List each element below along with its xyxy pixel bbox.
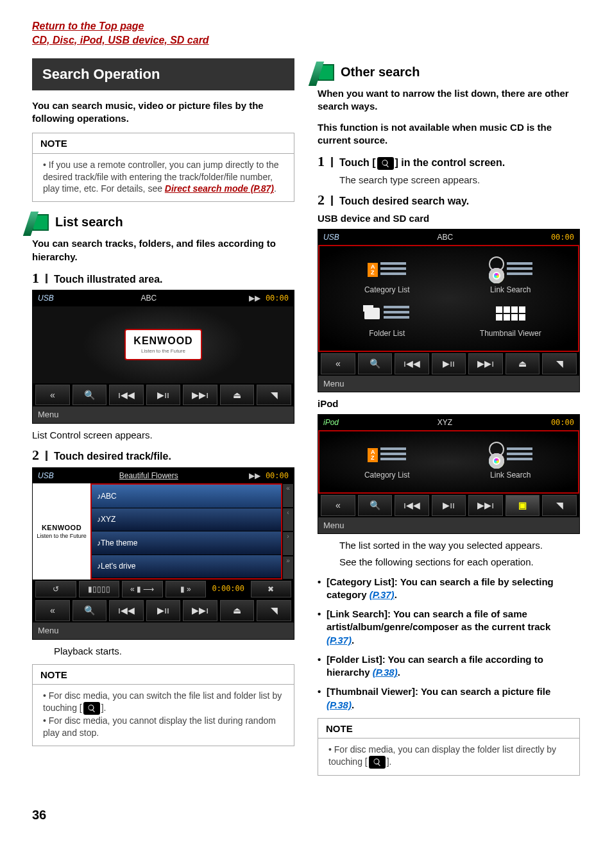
scroll-bar[interactable]: « ‹ › » [282,483,294,580]
next-track-icon[interactable]: ▶▶ı [183,385,217,406]
tile-label: Link Search [490,470,531,480]
page-ref-link[interactable]: (P.37) [327,635,352,646]
next-icon[interactable]: ▶▶ [249,293,260,303]
page-ref-link[interactable]: (P.37) [370,589,395,600]
back-icon[interactable]: « [35,600,70,621]
track-title: ABC [339,232,551,242]
list-item[interactable]: ♪ ABC [92,485,281,508]
search-icon [369,756,386,769]
note-item: For disc media, you can switch the file … [43,690,286,715]
search-options-list: [Category List]: You can search a file b… [318,576,580,712]
folder-list-tile[interactable]: Folder List [328,301,446,338]
scroll-up-icon[interactable]: « [282,483,294,508]
prev-track-icon[interactable]: ı◀◀ [109,600,144,621]
list-mode-icon[interactable]: ▣ [506,495,540,516]
corner-icon[interactable]: ◥ [542,495,577,516]
bullet-category: [Category List]: You can search a file b… [318,576,580,602]
note-title: NOTE [318,719,579,739]
corner-icon[interactable]: ◥ [257,385,291,406]
result-text-1: The list sorted in the way you selected … [339,539,580,552]
step-2-right: 2 Touch desired search way. [318,193,580,208]
direct-search-link[interactable]: Direct search mode (P.87) [165,183,274,194]
prev-track-icon[interactable]: ı◀◀ [109,385,144,406]
bullet-folder: [Folder List]: You can search a file acc… [318,653,580,680]
scroll-down-icon[interactable]: » [282,556,294,580]
play-pause-icon[interactable]: ▶ıı [432,353,466,374]
clock: 00:00 [266,293,289,303]
screenshot-usb-main: USB ABC ▶▶ 00:00 KENWOOD Listen to the F… [32,290,294,424]
heading-text: List search [55,213,123,231]
prev-track-icon[interactable]: ı◀◀ [395,495,429,516]
menu-button[interactable]: Menu [318,376,579,392]
page-left-icon[interactable]: « ▮ ⟶ [122,581,163,597]
shuffle-icon[interactable]: ✖ [251,581,292,597]
caption-ipod: iPod [318,397,580,410]
screenshot-caption: List Control screen appears. [32,429,294,442]
link-search-tile[interactable]: Link Search [452,258,570,295]
step-number: 1 [318,154,325,169]
page-ref-link[interactable]: (P.38) [373,667,398,678]
corner-icon[interactable]: ◥ [257,600,291,621]
note-box-1: NOTE If you use a remote controller, you… [32,133,294,202]
page-right-icon[interactable]: ▮ » [166,581,207,597]
search-icon[interactable]: 🔍 [72,385,107,406]
eject-icon[interactable] [220,600,255,621]
search-icon[interactable]: 🔍 [358,495,393,516]
search-icon[interactable]: 🔍 [72,600,107,621]
elapsed-time: 0:00:00 [208,581,248,597]
eject-icon[interactable] [506,353,540,374]
bullet-link: [Link Search]: You can search a file of … [318,608,580,647]
thumbnail-viewer-tile[interactable]: Thumbnail Viewer [452,301,570,338]
menu-button[interactable]: Menu [318,517,579,534]
back-icon[interactable]: « [35,385,70,406]
search-icon[interactable]: 🔍 [358,353,393,374]
prev-track-icon[interactable]: ı◀◀ [395,353,429,374]
next-icon[interactable]: ▶▶ [249,471,260,481]
screenshot-search-ipod: iPod XYZ 00:00 AZ Category List Link Sea… [318,414,580,534]
next-track-icon[interactable]: ▶▶ı [183,600,217,621]
clock: 00:00 [551,417,574,428]
breadcrumb-link[interactable]: CD, Disc, iPod, USB device, SD card [32,35,209,46]
list-item[interactable]: ♪ Let's drive [92,555,281,579]
repeat-icon[interactable]: ↺ [35,581,76,597]
left-column: Search Operation You can search music, v… [32,58,294,787]
list-item[interactable]: ♪ The theme [92,531,281,555]
album-art: KENWOOD Listen to the Future [33,483,90,580]
back-icon[interactable]: « [321,495,355,516]
disc-icon [489,268,504,283]
play-pause-icon[interactable]: ▶ıı [432,495,466,516]
menu-button[interactable]: Menu [33,622,294,639]
scroll-thumb[interactable]: ‹ [282,508,294,532]
search-icon [83,702,100,715]
play-pause-icon[interactable]: ▶ıı [146,600,181,621]
page-ref-link[interactable]: (P.38) [327,699,352,710]
tile-label: Category List [364,285,410,295]
corner-icon[interactable]: ◥ [542,353,577,374]
right-column: Other search When you want to narrow the… [318,58,580,787]
menu-button[interactable]: Menu [33,406,294,423]
note-box-3: NOTE For disc media, you can display the… [318,718,580,776]
caption-usb-sd: USB device and SD card [318,212,580,225]
step-text: Touch desired track/file. [54,448,171,463]
eject-icon[interactable] [220,385,255,406]
back-icon[interactable]: « [321,353,355,374]
step-text: Touch illustrated area. [54,271,163,287]
album-art-area[interactable]: KENWOOD Listen to the Future [124,329,201,360]
next-track-icon[interactable]: ▶▶ı [468,495,503,516]
next-track-icon[interactable]: ▶▶ı [468,353,503,374]
list-item[interactable]: ♪ XYZ [92,508,281,532]
list-lines-icon [507,446,532,464]
track-list[interactable]: ♪ ABC ♪ XYZ ♪ The theme ♪ Let's drive [90,483,282,580]
category-list-tile[interactable]: AZ Category List [328,258,446,295]
play-pause-icon[interactable]: ▶ıı [146,385,181,406]
category-list-tile[interactable]: AZ Category List [328,443,446,480]
return-link[interactable]: Return to the Top page [32,21,144,31]
list-lines-icon [380,261,406,279]
disc-icon [489,453,504,469]
progress-bar[interactable]: ▮▯▯▯▯ [79,581,120,597]
link-search-tile[interactable]: Link Search [452,443,570,480]
scroll-thumb[interactable]: › [282,531,294,556]
source-label: USB [323,232,339,242]
section-title: Search Operation [32,58,294,90]
kenwood-logo: KENWOOD [133,334,192,348]
